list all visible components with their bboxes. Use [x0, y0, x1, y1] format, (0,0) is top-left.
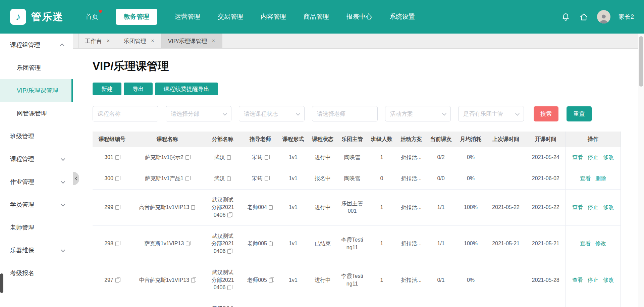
op-link[interactable]: 停止: [588, 204, 598, 210]
vertical-scrollbar[interactable]: [638, 34, 644, 307]
tab-1[interactable]: 乐团管理×: [117, 34, 161, 48]
copy-icon[interactable]: [227, 285, 232, 290]
table-cell-ops: 查看停止修改: [566, 262, 621, 298]
copy-icon[interactable]: [269, 241, 273, 246]
nav-item-2[interactable]: 运营管理: [175, 9, 200, 25]
sidebar-item[interactable]: 课程组管理: [0, 34, 73, 56]
close-icon[interactable]: ×: [106, 38, 110, 44]
cell-text: 0%: [467, 154, 475, 160]
sidebar-scrollbar-thumb[interactable]: [0, 273, 3, 293]
cell-text: 1/1: [437, 204, 444, 210]
close-icon[interactable]: ×: [211, 38, 216, 44]
main-content: VIP/乐理课管理 新建导出课程续费提醒导出 课程名称请选择分部请选课程状态请选…: [73, 49, 637, 307]
copy-icon[interactable]: [269, 205, 273, 210]
copy-icon[interactable]: [191, 205, 196, 210]
op-link[interactable]: 删除: [595, 175, 606, 181]
op-link[interactable]: 停止: [588, 277, 598, 283]
op-link[interactable]: 修改: [603, 277, 614, 283]
sidebar-item[interactable]: 考级报名: [0, 262, 73, 285]
nav-item-1[interactable]: 教务管理: [116, 9, 157, 25]
search-button[interactable]: 搜索: [534, 106, 558, 121]
home-icon[interactable]: [579, 12, 589, 22]
bell-icon[interactable]: [561, 12, 571, 22]
cell-text: 中音萨克斯1v1VIP13: [139, 277, 196, 283]
op-link[interactable]: 修改: [595, 241, 606, 246]
copy-icon[interactable]: [227, 212, 232, 217]
nav-item-6[interactable]: 报表中心: [346, 9, 372, 25]
tab-0[interactable]: 工作台×: [78, 34, 117, 48]
copy-icon[interactable]: [115, 241, 120, 246]
copy-icon[interactable]: [227, 176, 231, 181]
sidebar-item[interactable]: 乐团管理: [0, 56, 73, 79]
filter-input-0[interactable]: 课程名称: [93, 106, 158, 121]
copy-icon[interactable]: [227, 155, 231, 160]
column-header: 开课时间: [526, 132, 566, 147]
sidebar-item[interactable]: 作业管理: [0, 170, 73, 193]
sidebar-item[interactable]: VIP/乐理课管理: [0, 79, 73, 102]
op-link[interactable]: 查看: [572, 204, 583, 210]
table-cell: 2021-05-24: [526, 147, 566, 168]
copy-icon[interactable]: [186, 241, 190, 246]
reset-button[interactable]: 重置: [567, 106, 592, 121]
nav-item-5[interactable]: 商品管理: [304, 9, 329, 25]
sidebar-item[interactable]: 网管课管理: [0, 102, 73, 125]
nav-item-4[interactable]: 内容管理: [261, 9, 286, 25]
sidebar-item[interactable]: 学员管理: [0, 193, 73, 216]
table-row: 298萨克斯1v1VIP13武汉测试分部20210406老师0051v1已结束李…: [93, 225, 621, 262]
copy-icon[interactable]: [265, 155, 269, 160]
filter-select-5[interactable]: 是否有乐团主管: [458, 106, 524, 121]
column-header: 课程名称: [131, 132, 203, 147]
copy-icon[interactable]: [115, 277, 120, 283]
cell-text: 陶映雪: [344, 175, 360, 181]
notification-dot: [99, 10, 102, 13]
op-link[interactable]: 停止: [588, 154, 598, 160]
copy-icon[interactable]: [265, 176, 269, 181]
filter-select-1[interactable]: 请选择分部: [166, 106, 231, 121]
column-header: 课程状态: [308, 132, 337, 147]
op-link[interactable]: 修改: [603, 204, 614, 210]
copy-icon[interactable]: [115, 155, 120, 160]
table-cell: 高音萨克斯1v1VIP13: [131, 189, 203, 225]
copy-icon[interactable]: [227, 249, 232, 254]
filter-select-4[interactable]: 活动方案: [385, 106, 451, 121]
copy-icon[interactable]: [269, 277, 273, 283]
chevron-down-icon: [442, 111, 446, 116]
copy-icon[interactable]: [115, 176, 120, 181]
nav-item-7[interactable]: 系统设置: [389, 9, 415, 25]
filter-select-2[interactable]: 请选课程状态: [239, 106, 305, 121]
copy-icon[interactable]: [115, 205, 120, 210]
action-button-2[interactable]: 课程续费提醒导出: [155, 83, 218, 95]
page-title: VIP/乐理课管理: [93, 59, 637, 74]
sidebar-item[interactable]: 课程管理: [0, 148, 73, 170]
table-cell: 1: [367, 225, 396, 262]
tab-2[interactable]: VIP/乐理课管理×: [162, 34, 222, 48]
copy-icon[interactable]: [191, 277, 196, 283]
table-cell: 1v1: [278, 189, 308, 225]
sidebar-item[interactable]: 乐器维保: [0, 239, 73, 262]
table-cell: [308, 298, 337, 307]
table-cell: 折扣活...: [396, 168, 426, 189]
sidebar-item[interactable]: 老师管理: [0, 216, 73, 239]
action-button-0[interactable]: 新建: [93, 83, 121, 95]
sidebar-item[interactable]: 班级管理: [0, 125, 73, 148]
action-button-1[interactable]: 导出: [124, 83, 153, 95]
op-link[interactable]: 修改: [603, 154, 614, 160]
table-cell: 1: [367, 262, 396, 298]
scrollbar-thumb[interactable]: [639, 36, 643, 87]
nav-item-3[interactable]: 交易管理: [218, 9, 243, 25]
copy-icon[interactable]: [185, 155, 190, 160]
table-cell: 1/1: [426, 189, 456, 225]
op-link[interactable]: 查看: [572, 277, 583, 283]
op-link[interactable]: 查看: [580, 175, 591, 181]
table-cell: 武汉: [203, 147, 242, 168]
op-link[interactable]: 查看: [580, 241, 591, 246]
cell-text: 进行中: [315, 204, 331, 210]
close-icon[interactable]: ×: [150, 38, 155, 44]
copy-icon[interactable]: [185, 176, 190, 181]
nav-item-0[interactable]: 首页: [86, 9, 98, 25]
op-link[interactable]: 查看: [572, 154, 583, 160]
filter-input-3[interactable]: 请选择老师: [312, 106, 378, 121]
brand-logo: ♪: [10, 9, 26, 25]
avatar[interactable]: [597, 10, 610, 23]
user-name[interactable]: 家长2: [619, 13, 634, 21]
